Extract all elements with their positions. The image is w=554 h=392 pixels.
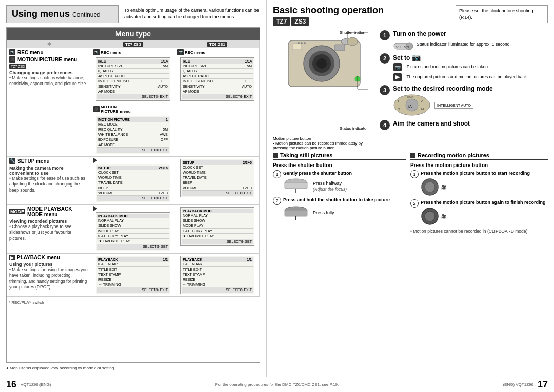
page-num-right: 17 [538, 379, 548, 390]
screen-mockup-play-tz7: PLAYBACK1/2 CALENDAR TITLE EDIT TEXT STA… [96, 256, 170, 294]
taking-still-section: Taking still pictures Press the shutter … [273, 152, 406, 372]
svg-rect-34 [285, 182, 307, 189]
menu-type-table: ✱ TZ7 ZS3 TZ6 ZS1 [7, 40, 260, 297]
press-halfway-label: Press halfway [313, 180, 347, 187]
svg-rect-37 [285, 210, 307, 216]
adjust-focus-note: (Adjust the focus) [313, 187, 347, 192]
playback-mode-desc-title: Viewing recorded pictures [9, 219, 89, 224]
col-header-tz7: TZ7 ZS3 [91, 40, 175, 48]
col-header-tz6: TZ6 ZS1 [175, 40, 260, 48]
step-4-circle: 4 [380, 120, 390, 130]
camera-diagram: Shutter button Status indicator [273, 30, 375, 133]
svg-point-40 [425, 182, 435, 192]
page-title: Basic shooting operation [273, 5, 384, 16]
page-footer: 16 VQT1Z96 (ENG) For the operating proce… [0, 377, 554, 392]
steps-list: 1 Turn on the power OFF ON Status indic [380, 30, 548, 133]
title-box: Basic shooting operation TZ7 ZS3 [273, 5, 384, 26]
svg-text:📷: 📷 [395, 64, 402, 71]
motion-pic-label-area: Motion picture button • Motion pictures … [273, 136, 375, 150]
screen-mockup-setup-tz7: SETUP2/3+6 CLOCK SET WORLD TIME TRAVEL D… [96, 164, 170, 202]
table-row: ▶ PLAYBACK menu Using your pictures • Ma… [7, 254, 260, 297]
taking-still-title: Taking still pictures [280, 152, 333, 158]
rec-sub-step-1-text: Press the motion picture button to start… [421, 170, 530, 176]
title-continued: Continued [72, 11, 101, 18]
setup-menu-title: 🔧 SETUP menu [9, 158, 89, 164]
rec-sub-step-2-content: Press the motion picture button again to… [421, 199, 546, 225]
svg-rect-7 [334, 45, 345, 51]
model-left: VQT1Z96 (ENG) [21, 382, 51, 387]
step-2: 2 Set to 📷 📷 : Pi [380, 53, 548, 82]
recording-motion-title-bar: Recording motion pictures [410, 152, 548, 160]
sub-circle-1: 1 [273, 170, 281, 178]
col-header-label: ✱ [7, 40, 91, 48]
playback-desc: • Make settings for using the images you… [9, 267, 89, 291]
playback-mode-desc: • Choose a playback type to see slidesho… [9, 224, 89, 241]
tz7-badge: TZ7 [273, 17, 290, 26]
step-4-content: Aim the camera and shoot [393, 120, 548, 127]
step-3-circle: 3 [380, 85, 390, 95]
rec-sub-circle-2: 2 [410, 199, 419, 208]
section-square [273, 153, 278, 158]
rec-menu-title: 📷 REC menu [9, 49, 89, 55]
svg-point-9 [298, 42, 300, 44]
playback-mode-title: MODE MODE PLAYBACK MODE menu [9, 206, 89, 217]
step-2-desc1: : Pictures and motion pictures can be ta… [404, 64, 489, 70]
zs3-badge: ZS3 [291, 17, 309, 26]
table-row: 🔧 SETUP menu Making the camera more conv… [7, 157, 260, 205]
step-2-content: Set to 📷 📷 : Pictures and motion picture… [393, 53, 548, 82]
rec-note: * REC/PLAY switch [7, 299, 260, 306]
setup-icon: 🔧 [9, 158, 15, 164]
svg-text:ON: ON [404, 45, 409, 48]
step-4-title: Aim the camera and shoot [393, 120, 548, 127]
tz-badge: TZ7 ZS3 [9, 64, 26, 69]
recording-note: • Motion pictures cannot be recorded in … [410, 229, 548, 234]
rec-desc-title: Changing image preferences [9, 70, 89, 75]
rec-sub-circle-1: 1 [410, 170, 419, 178]
model-right: (ENG) VQT1Z96 [503, 382, 533, 387]
step-3-content: Set to the desired recording mode iA P A… [393, 85, 548, 117]
shutter-full-press-svg [283, 205, 309, 220]
steps-section: Shutter button Status indicator 1 Turn o… [273, 30, 548, 133]
shutter-label: Shutter button [340, 30, 365, 35]
taking-still-step-2: 2 Press and hold the shutter button to t… [273, 197, 406, 220]
svg-point-8 [347, 37, 358, 46]
sub-step-2-content: Press and hold the shutter button to tak… [283, 197, 390, 220]
video-icon-sm: 🎥 [93, 106, 100, 112]
svg-text:S: S [398, 108, 400, 111]
camera-icon-sm2: 📷 [177, 49, 184, 55]
screen-mockup-rec-tz6: REC1/14 PICTURE SIZE5M QUALITY ASPECT RA… [180, 57, 254, 101]
left-page: Using menus Continued To enable optimum … [0, 0, 267, 377]
step-1-circle: 1 [380, 30, 390, 40]
svg-point-4 [316, 58, 327, 69]
step-1-title: Turn on the power [393, 30, 548, 37]
camera-icon-sm: 📷 [93, 49, 100, 55]
menu-type-box: Menu type ✱ TZ7 ZS3 TZ6 ZS1 [6, 27, 260, 363]
status-label: Status indicator [340, 126, 368, 131]
setup-desc-title: Making the camera more convenient to use [9, 166, 89, 176]
rec-desc: • Make settings such as white balance, s… [9, 75, 89, 87]
camera-svg [273, 30, 370, 97]
recording-step-2: 2 Press the motion picture button again … [410, 199, 548, 225]
shooting-bottom: Taking still pictures Press the shutter … [273, 152, 548, 372]
bottom-note: ● Menu items displayed vary according to… [6, 365, 260, 372]
svg-point-42 [425, 211, 435, 221]
svg-text:A: A [421, 99, 423, 102]
svg-text:SCN: SCN [407, 95, 414, 98]
play-mode-icon [393, 73, 402, 82]
rec-sub-step-2-text: Press the motion picture button again to… [421, 199, 546, 205]
svg-point-11 [304, 42, 306, 44]
step-2-title: Set to 📷 [393, 53, 548, 61]
taking-still-title-bar: Taking still pictures [273, 152, 406, 160]
mode-dial-svg: iA P A S M SCN [393, 94, 431, 117]
screen-mockup-rec-tz7: REC1/14 PICTURE SIZE5M QUALITY ASPECT RA… [96, 57, 170, 101]
screen-mockup-playback-tz7: PLAYBACK MODE NORMAL PLAY SLIDE SHOW MOD… [96, 212, 170, 251]
step-4: 4 Aim the camera and shoot [380, 120, 548, 130]
right-header: Basic shooting operation TZ7 ZS3 Please … [273, 5, 548, 26]
step-3: 3 Set to the desired recording mode iA P… [380, 85, 548, 117]
power-switch-svg: OFF ON [393, 39, 413, 50]
motion-picture-title: 🎥 MOTION PICTURE menu [9, 56, 89, 63]
video-icon: 🎥 [9, 56, 15, 63]
motion-pic-note-row: Motion picture button • Motion pictures … [273, 136, 548, 150]
recording-motion-subtitle: Press the motion picture button [410, 162, 548, 168]
table-row: 📷 REC menu 🎥 MOTION PICTURE menu TZ7 ZS3… [7, 48, 260, 157]
